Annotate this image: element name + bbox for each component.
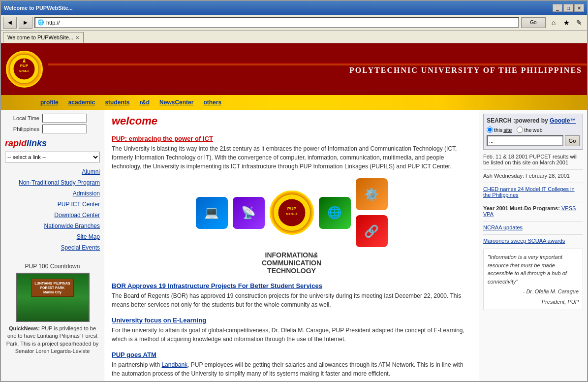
non-traditional-link[interactable]: Non-Traditional Study Program [19, 179, 100, 186]
close-button[interactable]: ✕ [574, 4, 584, 12]
ict-icon-computer[interactable]: 💻 [196, 197, 228, 229]
address-bar: 🌐 [34, 17, 519, 28]
list-item: Non-Traditional Study Program [5, 177, 100, 188]
pup-header: PUP MANILA POLYTECHNIC UNIVERSITY OF THE… [1, 43, 587, 95]
vpa-link[interactable]: VPA [483, 211, 494, 217]
divider [483, 169, 583, 170]
radio-this-site[interactable] [487, 127, 493, 133]
window-title: Welcome to PUPWebSite... [4, 5, 73, 11]
special-events-link[interactable]: Special Events [61, 244, 100, 251]
tab-close-icon[interactable]: ✕ [75, 35, 79, 40]
nav-link-newscenter[interactable]: NewsCenter [159, 99, 193, 106]
nav-link-others[interactable]: others [203, 99, 221, 106]
philippines-row: Philippines [5, 125, 100, 133]
forward-button[interactable]: ► [19, 17, 32, 29]
article-atm: PUP goes ATM In partnership with Landban… [112, 351, 471, 378]
article-atm-title: PUP goes ATM [112, 351, 471, 358]
browser-content: PUP MANILA POLYTECHNIC UNIVERSITY OF THE… [1, 43, 587, 381]
home-icon[interactable]: ⌂ [548, 17, 559, 29]
news-item-marooners: Marooners sweep SCUAA awards [483, 238, 583, 244]
favorites-icon[interactable]: ★ [560, 17, 572, 29]
alumni-link[interactable]: Alumni [82, 168, 100, 175]
pupcet-text: Feb. 11 & 18 2001 PUPCET results will be… [483, 154, 578, 165]
article-ict-body: The University is blasting its way into … [112, 144, 471, 171]
article-atm-link[interactable]: PUP goes ATM [112, 351, 156, 358]
minimize-button[interactable]: _ [553, 4, 562, 12]
select-link-dropdown[interactable]: -- select a link -- [5, 152, 100, 162]
list-item: Special Events [5, 242, 100, 253]
site-text: site [503, 127, 512, 133]
marooners-link[interactable]: Marooners sweep SCUAA awards [483, 238, 565, 244]
center-content: welcome PUP: embracing the power of ICT … [104, 110, 479, 381]
ict-icon-green[interactable]: 🌐 [319, 197, 351, 229]
svg-text:PUP: PUP [20, 64, 29, 68]
browser-toolbar: ◄ ► 🌐 Go ⌂ ★ ✎ [1, 15, 587, 31]
countdown-section: PUP 100 Countdown LUNTIANG PILIPINAS FOR… [5, 263, 100, 355]
tab-label: Welcome to PUPWebSite... [7, 34, 73, 40]
list-item: Site Map [5, 231, 100, 242]
left-sidebar: Local Time Philippines rapidlinks -- sel… [1, 110, 104, 381]
article-bor: BOR Approves 19 Infrastructure Projects … [112, 282, 471, 309]
article-atm-body: In partnership with Landbank, PUP employ… [112, 360, 471, 378]
vpss-link[interactable]: VPSS [561, 205, 576, 211]
nav-link-academic[interactable]: academic [68, 99, 95, 106]
news-item-pupcet: Feb. 11 & 18 2001 PUPCET results will be… [483, 154, 583, 165]
nav-link-rd[interactable]: r&d [139, 99, 150, 106]
quote-box: "Information is a very important resourc… [483, 249, 583, 310]
landbank-link[interactable]: Landbank [161, 361, 187, 368]
address-input[interactable] [46, 20, 516, 26]
list-item: Alumni [5, 166, 100, 177]
search-input-row: Go [487, 135, 580, 146]
search-radios: this site the web [487, 127, 580, 133]
site-map-link[interactable]: Site Map [77, 233, 100, 240]
nationwide-branches-link[interactable]: Nationwide Branches [44, 223, 100, 229]
article-bor-link[interactable]: BOR Approves 19 Infrastructure Projects … [112, 282, 322, 289]
article-elearning-title: University focus on E-Learning [112, 317, 471, 324]
radio-this-site-label[interactable]: this site [487, 127, 512, 133]
news-item-ash: Ash Wednesday: February 28, 2001 [483, 173, 583, 179]
sidebar-links: Alumni Non-Traditional Study Program Adm… [5, 166, 100, 253]
back-button[interactable]: ◄ [3, 17, 17, 29]
the-text: the [524, 127, 531, 133]
forest-sign-line3: Manila City [34, 290, 70, 294]
main-area: Local Time Philippines rapidlinks -- sel… [1, 110, 587, 381]
search-box: SEARCH :powered by Google™ this site [483, 114, 583, 150]
download-center-link[interactable]: Download Center [54, 212, 100, 219]
divider [483, 202, 583, 202]
nav-link-students[interactable]: students [105, 99, 129, 106]
ict-icon-purple[interactable]: 📡 [233, 197, 265, 229]
nav-bar: profile academic students r&d NewsCenter… [1, 95, 587, 110]
radio-web-label[interactable]: the web [517, 127, 542, 133]
svg-text:PUP: PUP [287, 206, 296, 211]
pup-ict-link[interactable]: PUP ICT Center [58, 201, 100, 208]
google-link[interactable]: Google™ [550, 117, 576, 124]
quicknews-text: QuickNews: PUP is privileged to be one t… [5, 325, 100, 355]
ict-icon-orange[interactable]: ⚙️ [356, 178, 388, 210]
pup-header-right: POLYTECHNIC UNIVERSITY OF THE PHILIPPINE… [48, 64, 587, 75]
website: PUP MANILA POLYTECHNIC UNIVERSITY OF THE… [1, 43, 587, 381]
window-controls: _ □ ✕ [553, 4, 584, 12]
edit-icon[interactable]: ✎ [573, 17, 585, 29]
search-title: SEARCH :powered by Google™ [487, 117, 580, 124]
right-sidebar: SEARCH :powered by Google™ this site [479, 110, 587, 381]
article-elearning-link[interactable]: University focus on E-Learning [112, 317, 206, 324]
news-item-ncraa: NCRAA updates [483, 224, 583, 230]
nav-link-profile[interactable]: profile [40, 99, 59, 106]
search-go-button[interactable]: Go [565, 135, 580, 146]
admission-link[interactable]: Admission [73, 190, 100, 197]
go-button[interactable]: Go [521, 17, 546, 28]
radio-web[interactable] [517, 127, 523, 133]
pup-title-area: POLYTECHNIC UNIVERSITY OF THE PHILIPPINE… [48, 66, 587, 75]
ncraa-link[interactable]: NCRAA updates [483, 224, 523, 230]
ched-link[interactable]: CHED names 24 Model IT Colleges in the P… [483, 186, 575, 198]
tab-active[interactable]: Welcome to PUPWebSite... ✕ [3, 32, 84, 43]
local-time-section: Local Time Philippines [5, 114, 100, 133]
quote-author: - Dr. Ofelia M. Carague [488, 287, 579, 296]
search-input[interactable] [487, 135, 563, 146]
philippines-label: Philippines [5, 126, 39, 132]
article-elearning-body: For the university to attain its goal of… [112, 326, 471, 344]
divider [483, 183, 583, 183]
ict-icon-red[interactable]: 🔗 [356, 215, 388, 247]
list-item: Download Center [5, 210, 100, 221]
maximize-button[interactable]: □ [563, 4, 573, 12]
